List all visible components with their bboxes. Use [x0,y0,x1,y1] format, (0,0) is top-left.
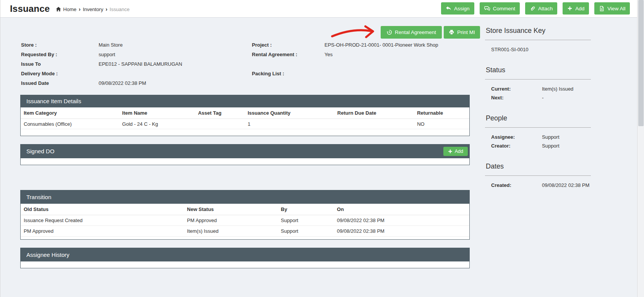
sidebar-body: STR001-SI-0010 [485,40,591,54]
header-actions: Assign Comment Attach Add View All [441,2,630,15]
button-label: View All [607,6,625,11]
table-header-row: Old Status New Status By On [21,204,469,215]
field-value: Support [542,141,560,150]
section-header-issuance-item-details: Issuance Item Details [20,95,470,107]
status-next-row: Next:- [491,93,591,102]
sidebar-body: Current:Item(s) Issued Next:- [485,80,591,102]
section-title: Issuance Item Details [26,98,81,104]
field-label: Assignee: [491,133,542,141]
annotation-arrow [330,24,378,41]
scrollbar-thumb[interactable] [638,0,644,126]
detail-row-packing-list: Packing List : [252,69,466,78]
detail-row-empty [252,59,466,69]
field-label: Packing List : [252,71,324,76]
sidebar-heading-store-issuance-key: Store Issuance Key [485,23,591,40]
button-label: Add [575,6,584,11]
dates-created-row: Created:09/08/2022 02:38 PM [491,181,591,190]
field-label: Creator: [491,141,542,150]
breadcrumb-separator: › [79,6,81,12]
rental-agreement-button[interactable]: Rental Agreement [381,26,442,39]
table-row: PM Approved Item(s) Issued Support 09/08… [21,226,469,237]
sidebar-heading-status: Status [485,62,591,80]
column-header: Old Status [21,206,184,212]
field-label: Next: [491,93,542,102]
button-label: Attach [538,6,553,11]
field-value: EPE012 - SAPPANI BALAMURUGAN [99,61,182,67]
sidebar-body: Created:09/08/2022 02:38 PM [485,176,591,190]
table-cell: Support [278,217,334,223]
column-header: Issuance Quantity [245,110,334,116]
sidebar-group-status: Status Current:Item(s) Issued Next:- [485,62,591,102]
field-label: Requested By : [21,52,99,57]
home-icon [56,6,61,12]
table-cell: 09/08/2022 02:38 PM [334,217,469,223]
button-label: Add [455,149,463,154]
detail-row-issue-to: Issue ToEPE012 - SAPPANI BALAMURUGAN [21,59,235,69]
assignee-history-empty-body [20,261,470,268]
column-header: Return Due Date [334,110,414,116]
detail-row-delivery-mode: Delivery Mode : [21,69,235,78]
people-creator-row: Creator:Support [491,141,591,150]
detail-fields-right: Project :EPS-OH-PROD-21-0001- 0001-Pione… [252,40,466,88]
reply-icon [446,6,451,11]
field-label: Issue To [21,61,99,67]
field-label: Current: [491,84,542,93]
table-row: Issuance Request Created PM Approved Sup… [21,215,469,226]
field-label: Project : [252,42,324,48]
button-label: Comment [493,6,516,11]
sidebar-group-people: People Assignee:Support Creator:Support [485,110,591,150]
table-row: Consumables (Office) Gold - 24 C - Kg 1 … [21,119,469,129]
section-header-transition: Transition [20,190,470,204]
status-current-row: Current:Item(s) Issued [491,84,591,93]
people-assignee-row: Assignee:Support [491,133,591,141]
page-title: Issuance [10,3,50,14]
comment-button[interactable]: Comment [480,2,520,15]
print-mi-button[interactable]: Print MI [444,26,480,39]
table-cell: PM Approved [21,228,184,234]
detail-row-project: Project :EPS-OH-PROD-21-0001- 0001-Pione… [252,40,466,50]
view-all-button[interactable]: View All [594,2,630,15]
issuance-item-details-table: Item Category Item Name Asset Tag Issuan… [20,107,470,136]
sidebar: Store Issuance Key STR001-SI-0010 Status… [485,23,591,190]
sidebar-group-issuance-key: Store Issuance Key STR001-SI-0010 [485,23,591,54]
table-cell: NO [414,121,469,127]
table-cell: Support [278,228,334,234]
document-icon [599,6,605,11]
field-value: Yes [324,52,333,57]
assign-button[interactable]: Assign [441,2,474,15]
field-value: - [542,93,543,102]
breadcrumb-home-link[interactable]: Home [56,6,76,12]
column-header: On [334,206,469,212]
column-header: By [278,206,334,212]
paperclip-icon [530,6,535,11]
issuance-page: Issuance Home › Inventory › Issuance Ass… [0,0,644,297]
table-header-row: Item Category Item Name Asset Tag Issuan… [21,107,469,119]
breadcrumb-item-inventory[interactable]: Inventory [83,6,103,12]
detail-row-requested-by: Requested By :support [21,50,235,59]
button-label: Rental Agreement [395,29,436,35]
field-value: support [99,52,115,57]
detail-row-empty [252,78,466,88]
sidebar-heading-people: People [485,110,591,128]
add-button[interactable]: Add [563,2,589,15]
breadcrumb-item-current: Issuance [110,6,130,12]
table-cell: 09/08/2022 02:38 PM [334,228,469,234]
column-header: Item Category [21,110,119,116]
detail-row-issued-date: Issued Date09/08/2022 02:38 PM [21,78,235,88]
field-label: Delivery Mode : [21,71,99,76]
signed-do-add-button[interactable]: Add [443,147,468,156]
column-header: Item Name [119,110,195,116]
sidebar-body: Assignee:Support Creator:Support [485,128,591,150]
field-value: EPS-OH-PROD-21-0001- 0001-Pioneer Work S… [324,42,438,48]
attach-button[interactable]: Attach [525,2,557,15]
signed-do-empty-body [20,158,470,165]
vertical-scrollbar[interactable] [637,0,644,297]
plus-icon [567,6,573,11]
sidebar-heading-dates: Dates [485,159,591,176]
field-value: Main Store [99,42,123,48]
table-cell: Item(s) Issued [184,228,278,234]
table-cell: PM Approved [184,217,278,223]
table-cell: Consumables (Office) [21,121,119,127]
detail-fields-left: Store :Main Store Requested By :support … [21,40,235,88]
table-cell: Gold - 24 C - Kg [119,121,195,127]
